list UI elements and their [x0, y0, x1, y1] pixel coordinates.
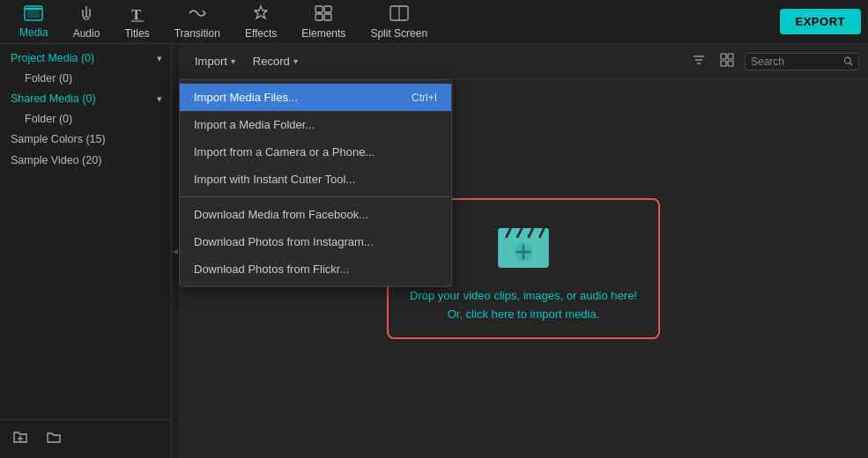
- toolbar-audio-label: Audio: [73, 27, 100, 40]
- sidebar-item-sample-colors-label: Sample Colors (15): [11, 133, 106, 145]
- sidebar-content: Project Media (0) ▾ Folder (0) Shared Me…: [0, 44, 171, 419]
- clapperboard-icon: [492, 213, 555, 277]
- svg-rect-18: [721, 61, 726, 66]
- sidebar-item-shared-media-label: Shared Media (0): [11, 92, 96, 105]
- audio-icon: [78, 4, 95, 25]
- import-button[interactable]: Import ▾: [188, 51, 242, 71]
- toolbar-split-screen-label: Split Screen: [370, 27, 427, 40]
- toolbar-elements[interactable]: Elements: [289, 1, 358, 43]
- sidebar-item-shared-media[interactable]: Shared Media (0) ▾: [0, 88, 171, 109]
- dropdown-download-flickr[interactable]: Download Photos from Flickr...: [180, 255, 451, 283]
- sidebar-resize-handle[interactable]: [172, 44, 179, 458]
- toolbar-split-screen[interactable]: Split Screen: [358, 1, 440, 43]
- sidebar-item-shared-folder-label: Folder (0): [25, 113, 72, 125]
- toolbar-transition-label: Transition: [174, 27, 220, 40]
- sidebar-item-shared-folder[interactable]: Folder (0): [0, 109, 171, 129]
- svg-rect-8: [324, 14, 331, 20]
- search-icon: [843, 55, 853, 67]
- toolbar-titles[interactable]: T Titles: [112, 1, 161, 43]
- sidebar-item-folder-label: Folder (0): [25, 72, 72, 85]
- project-media-arrow: ▾: [157, 53, 162, 64]
- add-folder-button[interactable]: [9, 427, 32, 451]
- grid-view-button[interactable]: [716, 49, 738, 74]
- import-media-files-shortcut: Ctrl+I: [412, 92, 437, 104]
- drop-area-line2: Or, click here to import media.: [410, 306, 637, 324]
- svg-point-20: [844, 57, 850, 63]
- dropdown-divider: [180, 196, 451, 197]
- dropdown-download-facebook[interactable]: Download Media from Facebook...: [180, 201, 451, 228]
- media-panel: Import ▾ Record ▾: [179, 44, 868, 458]
- sidebar-item-sample-video[interactable]: Sample Video (20): [0, 150, 171, 171]
- import-label: Import: [195, 55, 227, 68]
- sidebar-item-folder[interactable]: Folder (0): [0, 69, 171, 88]
- toolbar-transition[interactable]: Transition: [162, 1, 233, 43]
- effects-icon: [251, 4, 271, 25]
- panel-toolbar: Import ▾ Record ▾: [179, 44, 868, 79]
- record-chevron-icon: ▾: [293, 56, 298, 66]
- dropdown-import-camera[interactable]: Import from a Camera or a Phone...: [180, 138, 451, 166]
- dropdown-import-instant-cutter[interactable]: Import with Instant Cutter Tool...: [180, 166, 451, 193]
- sidebar-item-project-media-label: Project Media (0): [11, 52, 94, 64]
- search-input[interactable]: [751, 55, 840, 68]
- drop-area-text: Drop your video clips, images, or audio …: [410, 287, 637, 324]
- svg-rect-5: [315, 6, 323, 12]
- elements-icon: [314, 4, 333, 25]
- add-media-button[interactable]: [42, 427, 65, 451]
- svg-rect-7: [315, 14, 323, 20]
- dropdown-download-instagram[interactable]: Download Photos from Instagram...: [180, 228, 451, 255]
- toolbar-media-label: Media: [19, 26, 48, 39]
- svg-line-21: [849, 63, 852, 65]
- main-area: Project Media (0) ▾ Folder (0) Shared Me…: [0, 44, 868, 458]
- dropdown-import-media-folder[interactable]: Import a Media Folder...: [180, 111, 451, 138]
- download-flickr-label: Download Photos from Flickr...: [194, 262, 349, 276]
- sidebar-footer: [0, 419, 171, 458]
- import-chevron-icon: ▾: [231, 56, 235, 66]
- download-facebook-label: Download Media from Facebook...: [194, 208, 368, 221]
- toolbar-elements-label: Elements: [301, 27, 345, 40]
- import-media-folder-label: Import a Media Folder...: [194, 118, 315, 131]
- record-label: Record: [253, 55, 290, 68]
- toolbar-effects[interactable]: Effects: [233, 1, 289, 43]
- shared-media-arrow: ▾: [157, 93, 162, 105]
- sidebar-item-project-media[interactable]: Project Media (0) ▾: [0, 48, 171, 69]
- dropdown-import-media-files[interactable]: Import Media Files... Ctrl+I: [180, 84, 451, 111]
- import-instant-cutter-label: Import with Instant Cutter Tool...: [194, 173, 355, 186]
- svg-rect-17: [728, 54, 733, 59]
- sidebar-item-sample-video-label: Sample Video (20): [11, 154, 101, 166]
- toolbar-audio[interactable]: Audio: [61, 1, 113, 43]
- svg-rect-16: [721, 54, 726, 59]
- search-box: [745, 53, 859, 70]
- toolbar-effects-label: Effects: [245, 27, 277, 40]
- drop-area-line1: Drop your video clips, images, or audio …: [410, 287, 637, 306]
- split-screen-icon: [389, 4, 410, 25]
- svg-rect-6: [324, 6, 331, 12]
- sidebar-item-sample-colors[interactable]: Sample Colors (15): [0, 129, 171, 150]
- download-instagram-label: Download Photos from Instagram...: [194, 235, 374, 248]
- import-media-files-label: Import Media Files...: [194, 91, 298, 104]
- svg-rect-1: [27, 9, 40, 18]
- import-dropdown-menu: Import Media Files... Ctrl+I Import a Me…: [179, 79, 452, 287]
- export-button[interactable]: EXPORT: [780, 9, 861, 34]
- import-camera-label: Import from a Camera or a Phone...: [194, 145, 375, 159]
- main-toolbar: Media Audio T Titles Transi: [0, 0, 868, 44]
- toolbar-media[interactable]: Media: [7, 2, 61, 42]
- svg-point-2: [84, 17, 89, 19]
- transition-icon: [187, 4, 208, 25]
- svg-rect-19: [728, 61, 733, 66]
- svg-text:T: T: [131, 6, 142, 22]
- titles-icon: T: [129, 4, 146, 25]
- media-icon: [24, 5, 43, 24]
- filter-button[interactable]: [688, 49, 709, 74]
- panel-toolbar-right: [688, 49, 859, 74]
- record-button[interactable]: Record ▾: [246, 51, 305, 71]
- sidebar: Project Media (0) ▾ Folder (0) Shared Me…: [0, 44, 172, 458]
- toolbar-titles-label: Titles: [124, 27, 149, 40]
